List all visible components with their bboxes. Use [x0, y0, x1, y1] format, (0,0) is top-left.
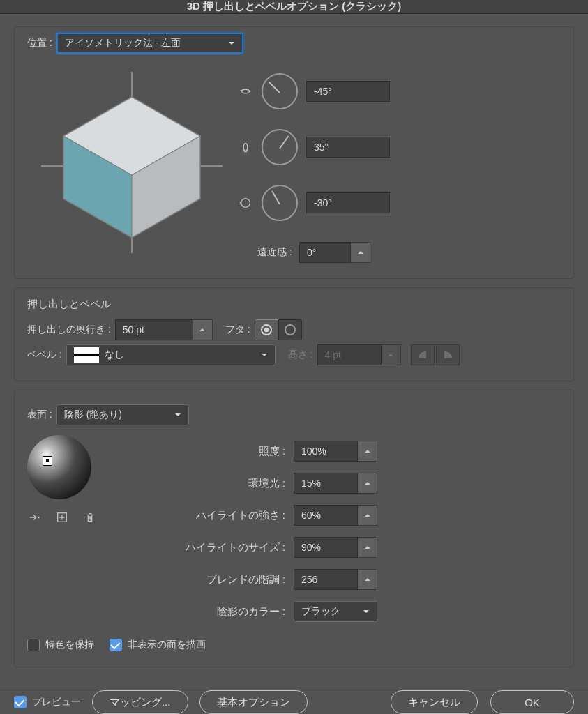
- rotation-y-input[interactable]: 35°: [306, 137, 390, 158]
- dialog-footer: プレビュー マッピング... 基本オプション キャンセル OK: [0, 690, 588, 714]
- highlight-size-input[interactable]: 90%: [294, 537, 358, 558]
- shade-color-select[interactable]: ブラック: [294, 601, 377, 622]
- bevel-select[interactable]: なし: [66, 344, 276, 365]
- bevel-extent-out-button: [436, 344, 460, 365]
- cube-preview[interactable]: [27, 58, 236, 267]
- cap-label: フタ :: [225, 324, 250, 336]
- bevel-height-input: 4 pt: [317, 344, 382, 365]
- svg-point-12: [264, 328, 268, 332]
- section-position: 位置 : アイソメトリック法 - 左面: [14, 26, 574, 279]
- highlight-intensity-input[interactable]: 60%: [294, 505, 358, 526]
- dialog-title: 3D 押し出しとベベルオプション (クラシック): [187, 0, 402, 13]
- light-sphere[interactable]: [27, 435, 91, 499]
- highlight-size-label: ハイライトのサイズ :: [146, 541, 285, 554]
- shade-color-label: 陰影のカラー :: [146, 605, 285, 618]
- ambient-input[interactable]: 15%: [294, 473, 358, 494]
- bevel-select-value: なし: [105, 349, 124, 361]
- light-handle[interactable]: [43, 456, 52, 466]
- bevel-height-label: 高さ :: [288, 349, 313, 361]
- rotation-z-input[interactable]: -30°: [306, 192, 390, 213]
- chevron-down-icon: [261, 349, 268, 360]
- surface-select-value: 陰影 (艶あり): [64, 409, 122, 421]
- preserve-spot-label: 特色を保持: [45, 639, 94, 651]
- bevel-thumb-icon: [74, 347, 99, 363]
- section-surface: 表面 : 陰影 (艶あり): [14, 390, 574, 667]
- ambient-label: 環境光 :: [146, 477, 285, 490]
- extrude-depth-input[interactable]: 50 pt: [115, 319, 193, 340]
- highlight-size-stepper[interactable]: [358, 537, 377, 558]
- preview-checkbox[interactable]: プレビュー: [14, 696, 81, 708]
- draw-hidden-label: 非表示の面を描画: [128, 639, 206, 651]
- shade-color-value: ブラック: [301, 605, 340, 618]
- titlebar: 3D 押し出しとベベルオプション (クラシック): [0, 0, 588, 14]
- chevron-down-icon: [174, 409, 181, 420]
- position-label: 位置 :: [27, 37, 52, 50]
- rotate-x-icon: [236, 82, 255, 100]
- ambient-stepper[interactable]: [358, 473, 377, 494]
- dialog-content: 位置 : アイソメトリック法 - 左面: [0, 14, 588, 690]
- section-extrude-bevel: 押し出しとベベル 押し出しの奥行き : 50 pt フタ : ベベル :: [14, 287, 574, 381]
- extrude-depth-label: 押し出しの奥行き :: [27, 324, 111, 336]
- chevron-down-icon: [363, 606, 370, 617]
- perspective-input[interactable]: 0°: [299, 242, 351, 263]
- cancel-button[interactable]: キャンセル: [391, 690, 478, 714]
- bevel-extent-in-button: [411, 344, 435, 365]
- surface-select[interactable]: 陰影 (艶あり): [56, 404, 189, 425]
- rotation-z-dial[interactable]: [262, 185, 298, 221]
- checkbox-checked-icon: [14, 696, 27, 708]
- blend-steps-input[interactable]: 256: [294, 569, 358, 590]
- svg-point-13: [285, 325, 295, 335]
- light-intensity-stepper[interactable]: [358, 441, 377, 462]
- mapping-button[interactable]: マッピング...: [92, 690, 188, 714]
- extrude-section-title: 押し出しとベベル: [27, 298, 561, 311]
- preserve-spot-checkbox[interactable]: 特色を保持: [27, 639, 94, 651]
- basic-options-button[interactable]: 基本オプション: [199, 690, 308, 714]
- cap-off-button[interactable]: [278, 319, 302, 340]
- highlight-intensity-label: ハイライトの強さ :: [146, 509, 285, 522]
- svg-point-14: [38, 517, 40, 519]
- checkbox-checked-icon: [110, 639, 122, 651]
- light-back-button[interactable]: [27, 510, 41, 524]
- cap-on-button[interactable]: [255, 319, 278, 340]
- perspective-label: 遠近感 :: [236, 246, 292, 259]
- rotation-y-dial[interactable]: [262, 129, 298, 165]
- checkbox-icon: [27, 639, 40, 651]
- draw-hidden-checkbox[interactable]: 非表示の面を描画: [110, 639, 206, 651]
- light-intensity-input[interactable]: 100%: [294, 441, 358, 462]
- light-add-button[interactable]: [55, 510, 69, 524]
- rotation-x-input[interactable]: -45°: [306, 81, 390, 102]
- rotation-x-dial[interactable]: [262, 73, 298, 109]
- svg-point-10: [241, 199, 250, 208]
- blend-steps-stepper[interactable]: [358, 569, 377, 590]
- light-intensity-label: 照度 :: [146, 445, 285, 458]
- highlight-intensity-stepper[interactable]: [358, 505, 377, 526]
- surface-label: 表面 :: [27, 409, 52, 421]
- bevel-label: ベベル :: [27, 349, 62, 361]
- rotate-y-icon: [236, 138, 255, 156]
- blend-steps-label: ブレンドの階調 :: [146, 573, 285, 586]
- position-select-value: アイソメトリック法 - 左面: [65, 37, 181, 50]
- chevron-down-icon: [228, 38, 235, 49]
- light-delete-button[interactable]: [83, 510, 97, 524]
- perspective-stepper[interactable]: [351, 242, 370, 263]
- rotate-z-icon: [236, 194, 255, 212]
- preview-label: プレビュー: [32, 696, 81, 708]
- extrude-depth-stepper[interactable]: [193, 319, 213, 340]
- rotation-controls: -45° 35° -30°: [236, 58, 390, 263]
- ok-button[interactable]: OK: [490, 690, 574, 714]
- dialog-3d-extrude-bevel: 3D 押し出しとベベルオプション (クラシック) 位置 : アイソメトリック法 …: [0, 0, 588, 714]
- position-select[interactable]: アイソメトリック法 - 左面: [56, 33, 243, 54]
- bevel-height-stepper: [382, 344, 401, 365]
